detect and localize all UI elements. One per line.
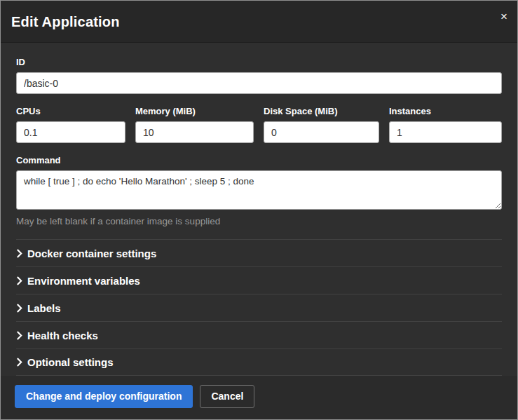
collapsible-sections: Docker container settings Environment va… — [16, 239, 502, 376]
chevron-right-icon — [16, 249, 27, 258]
cpus-field-group: CPUs — [16, 106, 125, 143]
disk-space-label: Disk Space (MiB) — [264, 106, 379, 116]
id-label: ID — [16, 57, 502, 67]
section-labels[interactable]: Labels — [16, 294, 502, 321]
instances-field-group: Instances — [389, 106, 502, 143]
section-label: Docker container settings — [27, 248, 156, 259]
id-field-group: ID — [16, 57, 502, 94]
section-docker-container-settings[interactable]: Docker container settings — [16, 239, 502, 266]
id-input[interactable] — [16, 72, 502, 94]
modal-title: Edit Application — [11, 14, 507, 30]
section-optional-settings[interactable]: Optional settings — [16, 348, 502, 376]
command-label: Command — [16, 155, 502, 165]
chevron-right-icon — [16, 304, 27, 313]
instances-input[interactable] — [389, 121, 502, 143]
cpus-input[interactable] — [16, 121, 125, 143]
cancel-button[interactable]: Cancel — [200, 385, 254, 408]
command-field-group: Command while [ true ] ; do echo 'Hello … — [16, 155, 502, 226]
section-environment-variables[interactable]: Environment variables — [16, 266, 502, 294]
section-label: Environment variables — [27, 275, 140, 287]
memory-label: Memory (MiB) — [135, 106, 254, 116]
chevron-right-icon — [16, 331, 27, 340]
chevron-right-icon — [16, 358, 27, 367]
modal-header: Edit Application × — [1, 1, 517, 43]
modal-body: ID CPUs Memory (MiB) Disk Space (MiB) In… — [1, 43, 517, 376]
cpus-label: CPUs — [16, 106, 125, 116]
modal-footer: Change and deploy configuration Cancel — [1, 376, 517, 419]
section-health-checks[interactable]: Health checks — [16, 321, 502, 348]
section-label: Labels — [27, 302, 61, 314]
edit-application-modal: Edit Application × ID CPUs Memory (MiB) … — [0, 0, 518, 420]
memory-input[interactable] — [135, 121, 254, 143]
close-icon: × — [500, 10, 507, 23]
section-label: Optional settings — [27, 356, 114, 368]
section-label: Health checks — [27, 330, 98, 341]
change-and-deploy-button[interactable]: Change and deploy configuration — [15, 385, 193, 408]
disk-space-field-group: Disk Space (MiB) — [264, 106, 379, 143]
command-textarea[interactable]: while [ true ] ; do echo 'Hello Marathon… — [16, 170, 502, 210]
command-help-text: May be left blank if a container image i… — [16, 216, 502, 226]
chevron-right-icon — [16, 276, 27, 285]
memory-field-group: Memory (MiB) — [135, 106, 254, 143]
close-button[interactable]: × — [500, 11, 507, 22]
disk-space-input[interactable] — [264, 121, 379, 143]
instances-label: Instances — [389, 106, 502, 116]
resources-row: CPUs Memory (MiB) Disk Space (MiB) Insta… — [16, 106, 502, 143]
